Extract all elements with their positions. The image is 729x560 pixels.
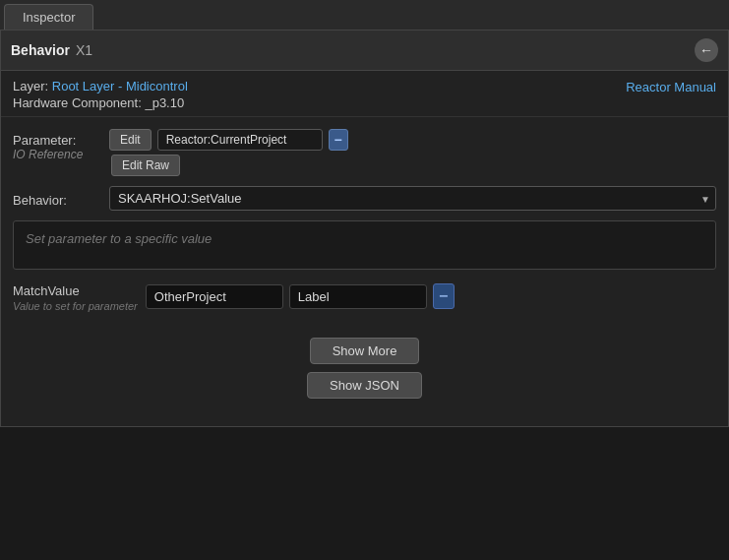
description-text: Set parameter to a specific value	[26, 231, 212, 246]
behavior-id-label: X1	[76, 42, 92, 58]
behavior-select-wrapper: SKAARHOJ:SetValue ▼	[109, 186, 716, 211]
edit-button[interactable]: Edit	[109, 129, 152, 151]
layer-label: Layer:	[13, 79, 48, 93]
description-box: Set parameter to a specific value	[13, 220, 716, 270]
match-value-row: MatchValue Value to set for parameter −	[13, 283, 716, 312]
hardware-label: Hardware Component:	[13, 95, 142, 110]
info-top-row: Layer: Root Layer - Midicontrol Reactor …	[13, 79, 716, 95]
match-label-group: MatchValue Value to set for parameter	[13, 283, 138, 312]
edit-raw-button[interactable]: Edit Raw	[111, 155, 180, 176]
header-row: Behavior X1 ←	[1, 31, 728, 71]
hardware-info-row: Hardware Component: _p3.10	[13, 95, 716, 110]
minus-button[interactable]: −	[329, 129, 348, 151]
behavior-type-label: Behavior	[11, 42, 70, 58]
match-value-input[interactable]	[146, 284, 283, 309]
info-section: Layer: Root Layer - Midicontrol Reactor …	[1, 71, 728, 117]
tab-inspector[interactable]: Inspector	[4, 4, 93, 30]
hardware-value-text: _p3.10	[145, 95, 184, 110]
label-input[interactable]	[289, 284, 427, 309]
param-row1: Edit −	[109, 129, 348, 151]
parameter-row: Parameter: IO Reference Edit − Edit Raw	[13, 129, 716, 176]
match-title: MatchValue	[13, 283, 138, 298]
header-title: Behavior X1	[11, 42, 92, 58]
behavior-select[interactable]: SKAARHOJ:SetValue	[109, 186, 716, 211]
behavior-label: Behavior:	[13, 189, 101, 208]
io-reference-label: IO Reference	[13, 148, 101, 161]
minus-blue-button[interactable]: −	[433, 283, 455, 309]
match-subtitle: Value to set for parameter	[13, 300, 138, 312]
parameter-label: Parameter:	[13, 129, 101, 148]
match-inputs: −	[146, 283, 716, 309]
tab-bar: Inspector	[0, 0, 729, 30]
parameter-input[interactable]	[157, 129, 323, 151]
form-section: Parameter: IO Reference Edit − Edit Raw …	[1, 117, 728, 426]
param-row2: Edit Raw	[109, 155, 348, 176]
show-json-button[interactable]: Show JSON	[307, 372, 422, 399]
reactor-manual-link[interactable]: Reactor Manual	[626, 80, 716, 94]
actions-section: Show More Show JSON	[13, 328, 716, 414]
back-button[interactable]: ←	[695, 38, 718, 62]
layer-link[interactable]: Root Layer - Midicontrol	[52, 79, 188, 93]
main-panel: Behavior X1 ← Layer: Root Layer - Midico…	[0, 30, 729, 427]
layer-info-row: Layer: Root Layer - Midicontrol	[13, 79, 188, 93]
behavior-row: Behavior: SKAARHOJ:SetValue ▼	[13, 186, 716, 211]
show-more-button[interactable]: Show More	[310, 338, 420, 364]
parameter-controls: Edit − Edit Raw	[109, 129, 348, 176]
